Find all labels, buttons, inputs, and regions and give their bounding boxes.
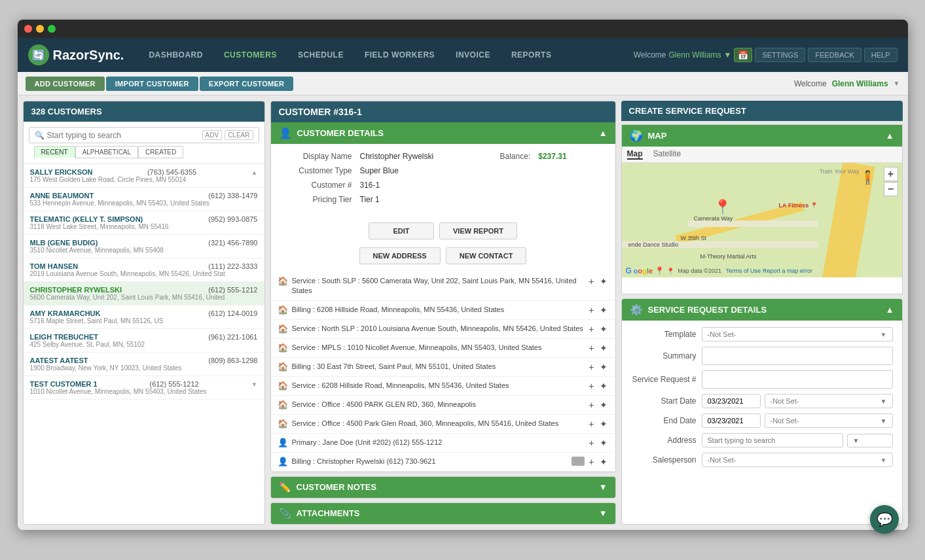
customer-notes-label: CUSTOMER NOTES	[297, 482, 377, 492]
chevron-up-service-icon[interactable]: ▲	[886, 305, 894, 315]
chevron-toolbar-icon: ▼	[894, 80, 900, 87]
nav-username-toolbar[interactable]: Glenn Williams	[832, 79, 888, 88]
add-icon[interactable]: +	[587, 457, 595, 467]
nav-field-workers[interactable]: FIELD WORKERS	[355, 46, 444, 63]
edit-addr-icon[interactable]: ✦	[598, 400, 609, 410]
settings-btn[interactable]: SETTINGS	[755, 48, 805, 62]
clear-button[interactable]: CLEAR	[225, 130, 253, 140]
add-icon[interactable]: +	[587, 381, 595, 391]
list-item[interactable]: ANNE BEAUMONT (612) 338-1479 533 Hennepi…	[24, 188, 264, 211]
create-service-label: CREATE SERVICE REQUEST	[629, 106, 746, 116]
close-dot[interactable]	[24, 25, 32, 33]
feedback-btn[interactable]: FEEDBACK	[808, 48, 861, 62]
minimize-dot[interactable]	[36, 25, 44, 33]
balance-row: Balance: $237.31	[460, 152, 566, 161]
filter-recent[interactable]: RECENT	[34, 146, 75, 158]
add-icon[interactable]: +	[587, 362, 595, 372]
list-item[interactable]: SALLY ERICKSON (763) 545-6355 ▲ 175 West…	[24, 164, 264, 188]
chat-button[interactable]: 💬	[870, 505, 899, 534]
summary-label: Summary	[631, 351, 697, 360]
customer-num-row: Customer # 316-1	[281, 181, 605, 190]
template-select[interactable]: -Not Set- ▼	[702, 327, 893, 341]
chevron-up-icon[interactable]: ▲	[599, 128, 608, 138]
edit-addr-icon[interactable]: ✦	[598, 343, 609, 353]
list-item[interactable]: TELEMATIC (KELLY T. SIMPSON) (952) 993-0…	[24, 211, 264, 235]
edit-addr-icon[interactable]: ✦	[598, 419, 609, 429]
end-time-select[interactable]: -Not Set- ▼	[765, 413, 893, 428]
chevron-down-notes-icon[interactable]: ▼	[599, 482, 608, 492]
nav-invoice[interactable]: INVOICE	[446, 46, 499, 63]
filter-tabs: RECENT ALPHABETICAL CREATED	[29, 143, 259, 158]
add-icon[interactable]: +	[587, 324, 595, 334]
address-actions: + ✦	[587, 343, 608, 353]
list-item[interactable]: MLB (GENE BUDIG) (321) 456-7890 3510 Nic…	[24, 235, 264, 258]
list-item[interactable]: LEIGH TREBUCHET (961) 221-1061 425 Selby…	[24, 329, 264, 353]
export-customer-button[interactable]: EXPORT CUSTOMER	[200, 77, 294, 91]
add-icon[interactable]: +	[587, 419, 595, 429]
customer-address: 5600 Camerata Way, Unit 202, Saint Louis…	[30, 294, 258, 301]
zoom-out-button[interactable]: −	[884, 182, 898, 196]
salesperson-select[interactable]: -Not Set- ▼	[702, 453, 893, 467]
list-item[interactable]: AMY KRAMARCHUK (612) 124-0019 5716 Maple…	[24, 306, 264, 329]
add-customer-button[interactable]: ADD CUSTOMER	[26, 77, 105, 91]
nav-customers[interactable]: CUSTOMERS	[215, 46, 286, 63]
adv-button[interactable]: ADV	[202, 130, 223, 140]
address-item: 🏠 Service : Office : 4500 Park Glen Road…	[271, 415, 615, 434]
summary-input[interactable]	[702, 347, 893, 365]
list-item[interactable]: CHRISTOPHER RYWELSKI (612) 555-1212 5600…	[24, 282, 264, 306]
address-item: 🏠 Billing : 30 East 7th Street, Saint Pa…	[271, 358, 615, 377]
customer-details-body: Display Name Christopher Rywelski Balanc…	[271, 144, 615, 217]
filter-alphabetical[interactable]: ALPHABETICAL	[75, 146, 138, 158]
edit-addr-icon[interactable]: ✦	[598, 362, 609, 372]
list-item[interactable]: AATEST AATEST (809) 863-1298 1900 Broadw…	[24, 353, 264, 376]
map-tab-satellite[interactable]: Satellite	[653, 149, 681, 160]
list-item[interactable]: TEST CUSTOMER 1 (612) 555-1212 ▼ 1010 Ni…	[24, 376, 264, 400]
start-time-select[interactable]: -Not Set- ▼	[765, 394, 893, 408]
end-date-input[interactable]	[702, 413, 761, 428]
filter-created[interactable]: CREATED	[138, 146, 183, 158]
street-view-icon[interactable]: 🧍	[860, 169, 876, 185]
edit-addr-icon[interactable]: ✦	[598, 457, 609, 467]
edit-addr-icon[interactable]: ✦	[598, 381, 609, 391]
nav-reports[interactable]: REPORTS	[502, 46, 561, 63]
toggle-icon[interactable]	[571, 457, 585, 466]
nav-schedule[interactable]: SCHEDULE	[289, 46, 353, 63]
help-btn[interactable]: HELP	[864, 48, 898, 62]
edit-addr-icon[interactable]: ✦	[598, 305, 609, 315]
address-label: Address	[631, 436, 697, 445]
edit-addr-icon[interactable]: ✦	[598, 276, 609, 287]
start-date-input[interactable]	[702, 394, 761, 408]
scroll-arrow-icon: ▲	[251, 169, 258, 176]
username[interactable]: Glenn Williams	[669, 50, 721, 60]
chevron-down-icon[interactable]: ▼	[724, 50, 732, 60]
customer-phone: (321) 456-7890	[208, 239, 257, 247]
new-address-button[interactable]: NEW ADDRESS	[359, 247, 441, 264]
address-input[interactable]	[702, 433, 843, 447]
new-contact-button[interactable]: NEW CONTACT	[446, 247, 527, 264]
add-icon[interactable]: +	[587, 305, 595, 315]
maximize-dot[interactable]	[48, 25, 56, 33]
chevron-down-attach-icon[interactable]: ▼	[599, 508, 608, 518]
add-icon[interactable]: +	[587, 343, 595, 353]
report-map-error-link[interactable]: Report a map error	[763, 268, 812, 274]
add-icon[interactable]: +	[587, 438, 595, 448]
attachments-box: 📎 ATTACHMENTS ▼	[270, 502, 616, 525]
map-tab-map[interactable]: Map	[627, 149, 643, 160]
search-input[interactable]	[47, 131, 200, 140]
calendar-icon[interactable]: 📅	[734, 48, 752, 62]
edit-button[interactable]: EDIT	[369, 222, 434, 239]
edit-addr-icon[interactable]: ✦	[598, 438, 609, 448]
zoom-in-button[interactable]: +	[884, 167, 898, 181]
chevron-up-map-icon[interactable]: ▲	[886, 131, 894, 141]
view-report-button[interactable]: VIEW REPORT	[439, 222, 517, 239]
service-req-num-input[interactable]	[702, 370, 893, 389]
add-icon[interactable]: +	[587, 276, 595, 287]
customer-name: TOM HANSEN	[30, 262, 79, 270]
add-icon[interactable]: +	[587, 400, 595, 410]
terms-of-use-link[interactable]: Terms of Use	[726, 268, 761, 274]
address-select[interactable]: ▼	[847, 434, 893, 447]
edit-addr-icon[interactable]: ✦	[598, 324, 609, 334]
nav-dashboard[interactable]: DASHBOARD	[139, 46, 212, 63]
import-customer-button[interactable]: IMPORT CUSTOMER	[106, 77, 198, 91]
list-item[interactable]: TOM HANSEN (111) 222-3333 2019 Louisiana…	[24, 258, 264, 282]
